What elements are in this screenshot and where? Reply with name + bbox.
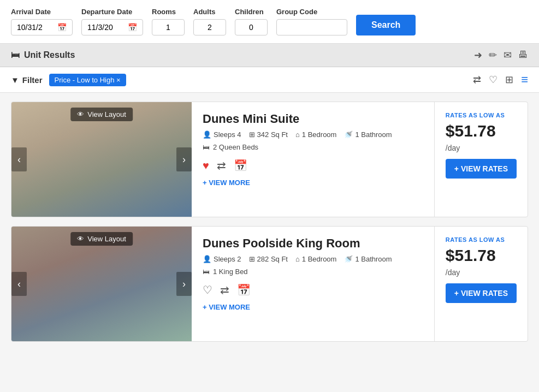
price-per-day: /day [446,144,460,152]
children-label: Children [235,8,268,16]
active-filter-tag[interactable]: Price - Low to High × [49,74,126,86]
bedrooms-value: 1 Bedroom [302,130,337,139]
bed-type-value: 1 King Bed [213,268,248,276]
bath-icon: 🚿 [344,255,353,263]
bed-icon: 🛏 [11,50,20,60]
rates-label: RATES AS LOW AS [446,112,505,118]
carousel-next-button[interactable]: › [176,147,192,171]
bed-type-icon: 🛏 [203,143,210,151]
eye-icon: 👁 [77,235,84,243]
home-icon: ⌂ [295,255,300,263]
sleeps-value: Sleeps 2 [214,255,241,263]
rooms-group: Rooms [152,8,185,35]
list-view-icon[interactable]: ≡ [521,73,528,87]
bathrooms-value: 1 Bathroom [355,130,392,139]
bathrooms-value: 1 Bathroom [355,255,392,263]
listing-price: RATES AS LOW AS $51.78 /day + VIEW RATES [434,227,528,341]
listing-bed-type: 🛏 2 Queen Beds [203,143,423,151]
price-amount: $51.78 [446,246,496,265]
view-more-link[interactable]: + VIEW MORE [203,303,423,311]
view-rates-button[interactable]: + VIEW RATES [446,283,517,303]
bedrooms-info: ⌂ 1 Bedroom [295,255,336,263]
view-layout-label: View Layout [87,235,126,243]
adults-input[interactable] [193,19,226,35]
filter-label: ▼ Filter [11,75,43,85]
listing-name: Dunes Mini Suite [203,112,423,126]
bathrooms-info: 🚿 1 Bathroom [344,255,392,263]
adults-group: Adults [193,8,226,35]
home-icon: ⌂ [295,130,300,139]
calendar-icon[interactable]: 📅 [234,159,247,172]
calendar-icon[interactable]: 📅 [237,283,251,296]
filter-left: ▼ Filter Price - Low to High × [11,74,126,86]
sqft-icon: ⊞ [249,130,255,139]
compare-icon[interactable]: ⇄ [220,283,229,296]
favorite-heart-icon[interactable]: ♥ [203,159,209,172]
departure-calendar-icon[interactable]: 📅 [128,23,137,32]
listing-meta: 👤 Sleeps 4 ⊞ 342 Sq Ft ⌂ 1 Bedroom 🚿 1 B… [203,130,423,139]
price-amount: $51.78 [446,122,496,140]
departure-date-group: Departure Date 📅 [81,8,143,35]
arrival-date-input[interactable] [17,23,55,32]
view-more-link[interactable]: + VIEW MORE [203,179,423,187]
view-layout-label: View Layout [87,110,126,118]
listing-image: 👁 View Layout ‹ › [11,102,192,217]
arrival-date-label: Arrival Date [11,8,73,16]
listing-card: 👁 View Layout ‹ › Dunes Poolside King Ro… [11,226,528,342]
bedrooms-info: ⌂ 1 Bedroom [295,130,336,139]
filter-tag-label: Price - Low to High × [55,76,121,84]
listing-meta: 👤 Sleeps 2 ⊞ 282 Sq Ft ⌂ 1 Bedroom 🚿 1 B… [203,255,423,263]
listing-price: RATES AS LOW AS $51.78 /day + VIEW RATES [434,102,528,217]
group-code-input[interactable] [276,19,347,35]
print-icon[interactable]: 🖶 [518,49,528,61]
sqft-info: ⊞ 282 Sq Ft [249,255,288,263]
view-layout-button[interactable]: 👁 View Layout [70,232,133,246]
mail-icon[interactable]: ✉ [504,49,512,61]
arrival-date-group: Arrival Date 📅 [11,8,73,35]
edit-icon[interactable]: ✏ [489,49,497,61]
price-per-day: /day [446,268,460,277]
departure-date-input[interactable] [87,23,126,32]
bath-icon: 🚿 [344,130,353,139]
listing-card: 👁 View Layout ‹ › Dunes Mini Suite 👤 Sle… [11,102,528,217]
person-icon: 👤 [203,130,211,139]
filter-funnel-icon: ▼ [11,75,19,85]
bathrooms-info: 🚿 1 Bathroom [344,130,392,139]
listings-container: 👁 View Layout ‹ › Dunes Mini Suite 👤 Sle… [0,93,539,351]
children-input[interactable] [235,19,268,35]
rooms-input[interactable] [152,19,185,35]
sleeps-value: Sleeps 4 [214,130,241,139]
rooms-label: Rooms [152,8,185,16]
carousel-next-button[interactable]: › [176,272,192,296]
results-header: 🛏 Unit Results ➜ ✏ ✉ 🖶 [0,44,539,67]
main-container: Arrival Date 📅 Departure Date 📅 Rooms Ad… [0,0,539,351]
carousel-prev-button[interactable]: ‹ [11,272,27,296]
view-layout-button[interactable]: 👁 View Layout [70,108,133,121]
arrow-icon[interactable]: ➜ [474,49,482,61]
arrival-calendar-icon[interactable]: 📅 [57,23,67,32]
search-button[interactable]: Search [356,15,416,35]
sleeps-info: 👤 Sleeps 2 [203,255,241,263]
listing-info: Dunes Poolside King Room 👤 Sleeps 2 ⊞ 28… [192,227,434,341]
group-code-group: Group Code [276,8,347,35]
carousel-prev-button[interactable]: ‹ [11,147,27,171]
listing-actions: ♡ ⇄ 📅 [203,283,423,296]
listing-image: 👁 View Layout ‹ › [11,227,192,341]
filter-text: Filter [22,75,43,85]
search-bar: Arrival Date 📅 Departure Date 📅 Rooms Ad… [0,0,539,44]
bed-type-value: 2 Queen Beds [213,143,258,151]
unit-results-label: Unit Results [24,50,75,60]
grid-view-icon[interactable]: ⊞ [505,74,513,86]
rates-label: RATES AS LOW AS [446,236,505,243]
favorites-icon[interactable]: ♡ [489,74,497,86]
sqft-value: 282 Sq Ft [257,255,288,263]
compare-icon[interactable]: ⇄ [217,159,226,172]
favorite-heart-icon[interactable]: ♡ [203,283,212,296]
sqft-info: ⊞ 342 Sq Ft [249,130,288,139]
view-rates-button[interactable]: + VIEW RATES [446,159,517,179]
compare-icon[interactable]: ⇄ [473,74,481,86]
filter-bar: ▼ Filter Price - Low to High × ⇄ ♡ ⊞ ≡ [0,67,539,93]
adults-label: Adults [193,8,226,16]
person-icon: 👤 [203,255,211,263]
sqft-value: 342 Sq Ft [257,130,288,139]
